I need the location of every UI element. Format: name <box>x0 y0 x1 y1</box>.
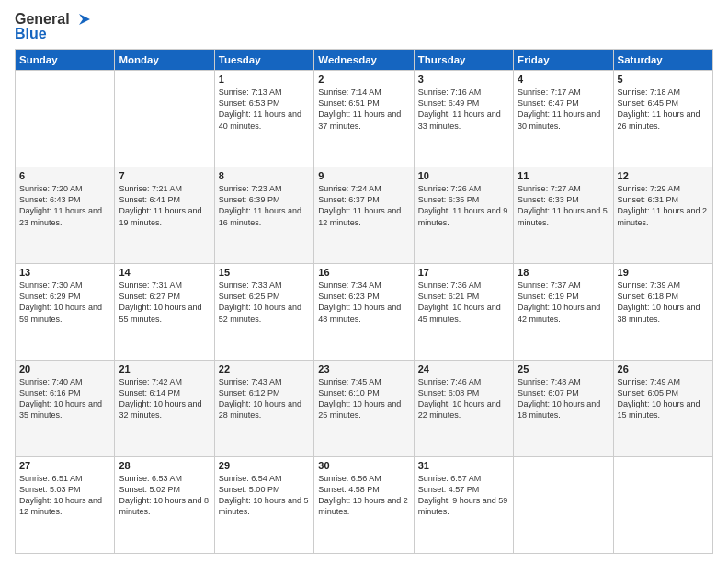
calendar-cell: 5Sunrise: 7:18 AM Sunset: 6:45 PM Daylig… <box>613 71 712 167</box>
day-number: 18 <box>518 267 609 278</box>
day-number: 5 <box>618 74 709 85</box>
day-info: Sunrise: 7:29 AM Sunset: 6:31 PM Dayligh… <box>618 183 709 228</box>
calendar-cell: 21Sunrise: 7:42 AM Sunset: 6:14 PM Dayli… <box>115 361 214 457</box>
day-number: 3 <box>418 74 509 85</box>
day-number: 30 <box>318 460 409 471</box>
calendar-cell: 29Sunrise: 6:54 AM Sunset: 5:00 PM Dayli… <box>214 457 313 554</box>
day-number: 20 <box>19 363 110 374</box>
day-number: 29 <box>219 460 310 471</box>
header: General Blue <box>15 11 713 41</box>
column-header-saturday: Saturday <box>613 50 712 71</box>
logo-bird-icon <box>72 13 90 26</box>
calendar-cell: 7Sunrise: 7:21 AM Sunset: 6:41 PM Daylig… <box>115 167 214 264</box>
calendar-week-row: 6Sunrise: 7:20 AM Sunset: 6:43 PM Daylig… <box>16 167 713 264</box>
day-info: Sunrise: 6:57 AM Sunset: 4:57 PM Dayligh… <box>418 473 509 518</box>
calendar-cell: 30Sunrise: 6:56 AM Sunset: 4:58 PM Dayli… <box>314 457 414 554</box>
day-info: Sunrise: 7:21 AM Sunset: 6:41 PM Dayligh… <box>119 183 210 228</box>
day-number: 1 <box>219 74 310 85</box>
calendar-cell <box>613 457 712 554</box>
day-info: Sunrise: 7:39 AM Sunset: 6:18 PM Dayligh… <box>618 280 709 325</box>
day-info: Sunrise: 7:27 AM Sunset: 6:33 PM Dayligh… <box>518 183 609 228</box>
day-number: 4 <box>518 74 609 85</box>
calendar-cell: 2Sunrise: 7:14 AM Sunset: 6:51 PM Daylig… <box>314 71 414 167</box>
column-header-monday: Monday <box>115 50 214 71</box>
calendar-cell: 19Sunrise: 7:39 AM Sunset: 6:18 PM Dayli… <box>613 264 712 361</box>
day-info: Sunrise: 7:49 AM Sunset: 6:05 PM Dayligh… <box>618 376 709 421</box>
day-number: 25 <box>518 363 609 374</box>
day-number: 23 <box>318 363 409 374</box>
day-number: 13 <box>19 267 110 278</box>
day-number: 10 <box>418 170 509 181</box>
calendar-cell: 9Sunrise: 7:24 AM Sunset: 6:37 PM Daylig… <box>314 167 414 264</box>
calendar-cell <box>16 71 115 167</box>
calendar-week-row: 27Sunrise: 6:51 AM Sunset: 5:03 PM Dayli… <box>16 457 713 554</box>
day-info: Sunrise: 7:20 AM Sunset: 6:43 PM Dayligh… <box>19 183 110 228</box>
day-number: 7 <box>119 170 210 181</box>
calendar-cell: 14Sunrise: 7:31 AM Sunset: 6:27 PM Dayli… <box>115 264 214 361</box>
day-info: Sunrise: 7:14 AM Sunset: 6:51 PM Dayligh… <box>318 86 409 132</box>
day-info: Sunrise: 6:56 AM Sunset: 4:58 PM Dayligh… <box>318 473 409 518</box>
day-info: Sunrise: 7:26 AM Sunset: 6:35 PM Dayligh… <box>418 183 509 228</box>
day-info: Sunrise: 7:33 AM Sunset: 6:25 PM Dayligh… <box>219 280 310 325</box>
calendar-cell: 20Sunrise: 7:40 AM Sunset: 6:16 PM Dayli… <box>16 361 115 457</box>
calendar-cell: 24Sunrise: 7:46 AM Sunset: 6:08 PM Dayli… <box>414 361 513 457</box>
calendar-cell: 11Sunrise: 7:27 AM Sunset: 6:33 PM Dayli… <box>514 167 613 264</box>
calendar-week-row: 13Sunrise: 7:30 AM Sunset: 6:29 PM Dayli… <box>16 264 713 361</box>
calendar-week-row: 20Sunrise: 7:40 AM Sunset: 6:16 PM Dayli… <box>16 361 713 457</box>
day-info: Sunrise: 7:18 AM Sunset: 6:45 PM Dayligh… <box>618 86 709 132</box>
day-info: Sunrise: 7:40 AM Sunset: 6:16 PM Dayligh… <box>19 376 110 421</box>
day-number: 9 <box>318 170 409 181</box>
page: General Blue SundayMondayTuesdayWednesda… <box>0 0 728 563</box>
calendar-cell: 8Sunrise: 7:23 AM Sunset: 6:39 PM Daylig… <box>214 167 313 264</box>
day-info: Sunrise: 7:36 AM Sunset: 6:21 PM Dayligh… <box>418 280 509 325</box>
day-number: 6 <box>19 170 110 181</box>
day-number: 19 <box>618 267 709 278</box>
day-number: 2 <box>318 74 409 85</box>
day-info: Sunrise: 7:48 AM Sunset: 6:07 PM Dayligh… <box>518 376 609 421</box>
day-info: Sunrise: 7:43 AM Sunset: 6:12 PM Dayligh… <box>219 376 310 421</box>
day-info: Sunrise: 6:53 AM Sunset: 5:02 PM Dayligh… <box>119 473 210 518</box>
day-number: 16 <box>318 267 409 278</box>
calendar-cell: 16Sunrise: 7:34 AM Sunset: 6:23 PM Dayli… <box>314 264 414 361</box>
calendar-cell: 23Sunrise: 7:45 AM Sunset: 6:10 PM Dayli… <box>314 361 414 457</box>
calendar-cell: 27Sunrise: 6:51 AM Sunset: 5:03 PM Dayli… <box>16 457 115 554</box>
day-number: 28 <box>119 460 210 471</box>
day-number: 12 <box>618 170 709 181</box>
calendar-cell <box>514 457 613 554</box>
day-number: 11 <box>518 170 609 181</box>
day-info: Sunrise: 7:16 AM Sunset: 6:49 PM Dayligh… <box>418 86 509 132</box>
calendar-cell: 31Sunrise: 6:57 AM Sunset: 4:57 PM Dayli… <box>414 457 513 554</box>
calendar-cell: 26Sunrise: 7:49 AM Sunset: 6:05 PM Dayli… <box>613 361 712 457</box>
day-info: Sunrise: 6:51 AM Sunset: 5:03 PM Dayligh… <box>19 473 110 518</box>
calendar-cell: 28Sunrise: 6:53 AM Sunset: 5:02 PM Dayli… <box>115 457 214 554</box>
day-number: 26 <box>618 363 709 374</box>
day-number: 27 <box>19 460 110 471</box>
column-header-wednesday: Wednesday <box>314 50 414 71</box>
logo-blue: Blue <box>15 26 47 42</box>
day-number: 15 <box>219 267 310 278</box>
day-info: Sunrise: 7:24 AM Sunset: 6:37 PM Dayligh… <box>318 183 409 228</box>
logo: General Blue <box>15 11 90 41</box>
day-info: Sunrise: 7:30 AM Sunset: 6:29 PM Dayligh… <box>19 280 110 325</box>
day-number: 24 <box>418 363 509 374</box>
calendar-cell: 25Sunrise: 7:48 AM Sunset: 6:07 PM Dayli… <box>514 361 613 457</box>
calendar-cell: 6Sunrise: 7:20 AM Sunset: 6:43 PM Daylig… <box>16 167 115 264</box>
day-number: 14 <box>119 267 210 278</box>
column-header-tuesday: Tuesday <box>214 50 313 71</box>
calendar-cell: 1Sunrise: 7:13 AM Sunset: 6:53 PM Daylig… <box>214 71 313 167</box>
calendar-cell <box>115 71 214 167</box>
day-number: 17 <box>418 267 509 278</box>
day-info: Sunrise: 7:13 AM Sunset: 6:53 PM Dayligh… <box>219 86 310 132</box>
day-number: 21 <box>119 363 210 374</box>
day-info: Sunrise: 6:54 AM Sunset: 5:00 PM Dayligh… <box>219 473 310 518</box>
svg-marker-0 <box>79 14 90 25</box>
day-info: Sunrise: 7:46 AM Sunset: 6:08 PM Dayligh… <box>418 376 509 421</box>
day-number: 8 <box>219 170 310 181</box>
day-info: Sunrise: 7:17 AM Sunset: 6:47 PM Dayligh… <box>518 86 609 132</box>
calendar-week-row: 1Sunrise: 7:13 AM Sunset: 6:53 PM Daylig… <box>16 71 713 167</box>
day-info: Sunrise: 7:34 AM Sunset: 6:23 PM Dayligh… <box>318 280 409 325</box>
calendar-cell: 12Sunrise: 7:29 AM Sunset: 6:31 PM Dayli… <box>613 167 712 264</box>
calendar-cell: 15Sunrise: 7:33 AM Sunset: 6:25 PM Dayli… <box>214 264 313 361</box>
calendar-cell: 22Sunrise: 7:43 AM Sunset: 6:12 PM Dayli… <box>214 361 313 457</box>
calendar-table: SundayMondayTuesdayWednesdayThursdayFrid… <box>15 49 713 554</box>
